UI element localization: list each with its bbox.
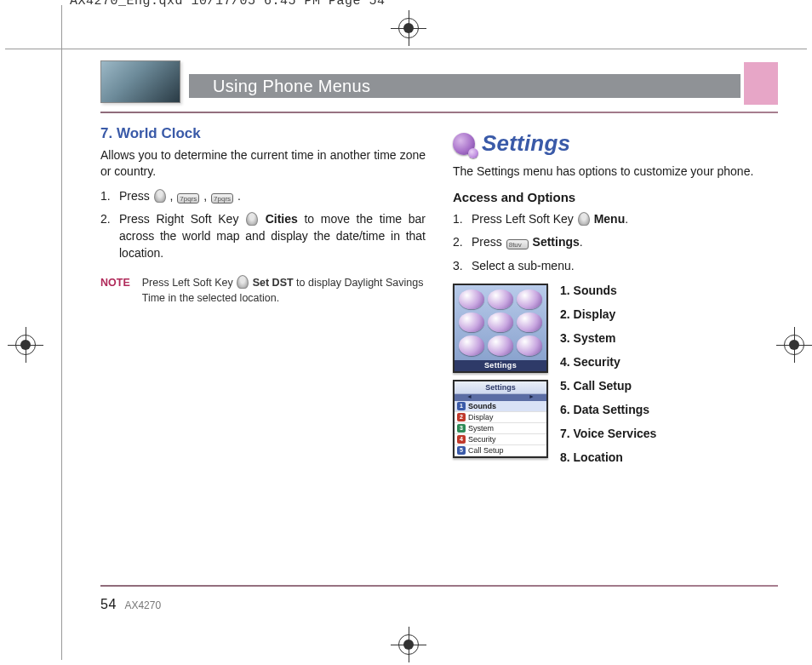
registration-mark — [396, 15, 421, 41]
settings-gear-icon — [453, 133, 475, 155]
note-label: NOTE — [100, 275, 130, 306]
phone-screen-list-row: 3System — [455, 423, 546, 434]
world-clock-step-2: Press Right Soft Key Cities to move the … — [100, 211, 426, 261]
right-column: Settings The Settings menu has options t… — [453, 125, 778, 576]
settings-step-1: Press Left Soft Key Menu. — [453, 211, 778, 228]
registration-mark — [781, 332, 807, 358]
settings-step-2: Press 8tuv Settings. — [453, 234, 778, 251]
key-7-icon: 7pqrs — [177, 193, 199, 204]
settings-submenu-item: 8. Location — [560, 450, 778, 464]
phone-screen-grid-label: Settings — [455, 360, 546, 371]
settings-submenu-item: 2. Display — [560, 307, 778, 321]
settings-section-title: Settings — [482, 130, 570, 157]
footer-rule — [100, 585, 778, 587]
world-clock-heading: 7. World Clock — [100, 125, 426, 142]
settings-submenu-item: 1. Sounds — [560, 284, 778, 297]
softkey-icon — [154, 189, 166, 203]
phone-screen-list-row: 4Security — [455, 434, 546, 445]
key-8-icon: 8tuv — [506, 239, 529, 249]
header-accent-tab — [744, 62, 778, 105]
footer-model: AX4270 — [124, 599, 161, 611]
settings-submenu-item: 6. Data Settings — [560, 403, 778, 416]
page-footer: 54 AX4270 — [100, 597, 161, 612]
settings-submenu-item: 7. Voice Services — [560, 427, 778, 440]
phone-screen-list-title: Settings — [455, 381, 546, 394]
softkey-icon — [578, 212, 590, 226]
settings-submenu-item: 4. Security — [560, 355, 778, 369]
settings-submenu-list: 1. Sounds2. Display3. System4. Security5… — [560, 284, 778, 474]
print-slug-line: AX4270_Eng.qxd 10/17/05 6:45 PM Page 54 — [70, 0, 386, 9]
settings-step-3: Select a sub-menu. — [453, 258, 778, 275]
header-title: Using Phone Menus — [213, 77, 370, 96]
page-content: Using Phone Menus 7. World Clock Allows … — [100, 66, 778, 638]
note-block: NOTE Press Left Soft Key Set DST to disp… — [100, 275, 426, 306]
header-photo — [100, 60, 180, 103]
crop-line-vertical — [61, 5, 62, 660]
phone-screen-list: Settings 1Sounds2Display3System4Security… — [453, 380, 548, 458]
header-title-bar: Using Phone Menus — [189, 74, 741, 98]
left-column: 7. World Clock Allows you to determine t… — [100, 125, 426, 576]
world-clock-step-1: Press , 7pqrs , 7pqrs . — [100, 188, 426, 205]
registration-mark — [13, 332, 38, 358]
softkey-icon — [237, 275, 249, 289]
page-number: 54 — [100, 597, 117, 611]
softkey-icon — [246, 212, 258, 226]
phone-screen-grid: Settings — [453, 284, 548, 373]
phone-screen-list-row: 1Sounds — [455, 401, 546, 412]
settings-intro: The Settings menu has options to customi… — [453, 163, 778, 180]
key-7-icon: 7pqrs — [211, 193, 233, 204]
access-options-heading: Access and Options — [453, 190, 778, 204]
settings-submenu-item: 3. System — [560, 331, 778, 345]
phone-screen-list-row: 5Call Setup — [455, 445, 546, 456]
phone-screen-list-scrollbar — [455, 394, 546, 401]
phone-screen-list-row: 2Display — [455, 412, 546, 423]
crop-line-horizontal — [5, 49, 807, 49]
settings-submenu-item: 5. Call Setup — [560, 379, 778, 393]
page-header: Using Phone Menus — [100, 66, 778, 108]
world-clock-intro: Allows you to determine the current time… — [100, 147, 426, 180]
note-text: Press Left Soft Key Set DST to display D… — [142, 275, 426, 306]
header-rule — [100, 112, 778, 113]
